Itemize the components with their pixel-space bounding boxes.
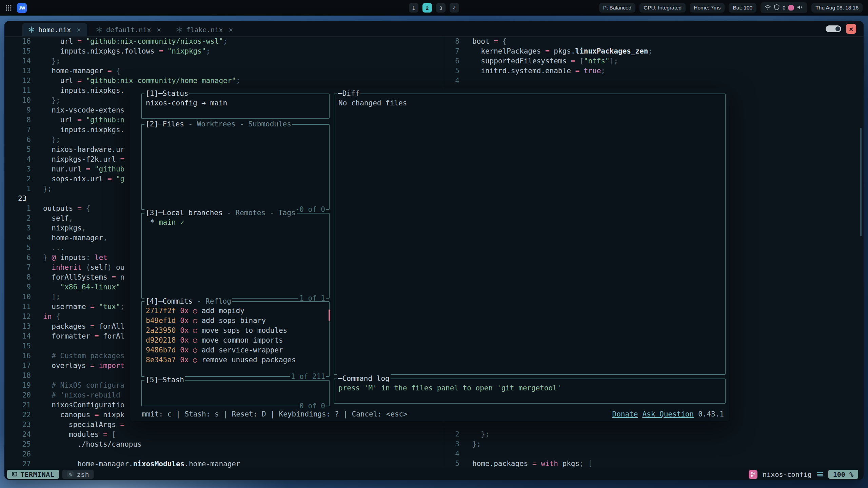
- apps-grid-icon[interactable]: [5, 5, 12, 11]
- line-number: 10: [4, 96, 43, 105]
- code-line[interactable]: 7 kernelPackages = pkgs.linuxPackages_ze…: [443, 46, 864, 56]
- line-number: 3: [4, 164, 43, 174]
- line-number: 10: [4, 292, 43, 302]
- line-number: 21: [4, 400, 43, 410]
- shell-chip: % zsh: [62, 470, 94, 479]
- line-number: 22: [4, 410, 43, 420]
- window-toggle[interactable]: [826, 25, 841, 32]
- workspace-button-1[interactable]: 1: [409, 3, 418, 13]
- commit-row[interactable]: d920218 0x ○ move common imports: [146, 336, 325, 345]
- tab-bar: home.nix × default.nix × flake.nix × ×: [4, 21, 864, 37]
- code-line[interactable]: 4: [443, 76, 864, 86]
- tab-default-nix[interactable]: default.nix ×: [90, 23, 167, 36]
- code-line[interactable]: 24 modules = [: [4, 430, 443, 440]
- lazygit-branches-panel[interactable]: [3]─Local branches - Remotes - Tags * ma…: [141, 213, 330, 299]
- line-number: 5: [443, 459, 472, 469]
- code-line[interactable]: 4: [443, 449, 864, 459]
- clock-module[interactable]: Thu Aug 08, 18:16: [811, 3, 863, 13]
- command-log-message: press 'M' in the files panel to open 'gi…: [334, 379, 725, 393]
- line-number: 23: [4, 194, 43, 204]
- battery-module[interactable]: Bat: 100: [729, 3, 756, 13]
- window-controls: ×: [826, 24, 856, 34]
- commits-scrollbar-thumb[interactable]: [329, 309, 330, 321]
- tab-close-icon[interactable]: ×: [229, 26, 233, 34]
- workspace-button-3[interactable]: 3: [436, 3, 446, 13]
- jw-logo[interactable]: JW: [17, 3, 27, 13]
- code-line[interactable]: 3};: [443, 439, 864, 449]
- code-line[interactable]: 27 home-manager.nixosModules.home-manage…: [4, 459, 443, 469]
- line-number: 26: [4, 449, 43, 459]
- keybindings-hint: mmit: c | Stash: s | Reset: D | Keybindi…: [142, 409, 408, 419]
- code-line[interactable]: 14 };: [4, 56, 443, 66]
- line-number: 15: [4, 341, 43, 351]
- code-line[interactable]: 26: [4, 449, 443, 459]
- scroll-percent-chip: 100 %: [828, 470, 858, 479]
- shield-count: 0: [783, 5, 785, 11]
- right-pane-bottom-lines: 2 };3};45home.packages = with pkgs; [: [443, 429, 864, 469]
- workspace-button-4[interactable]: 4: [450, 3, 459, 13]
- terminal-window: home.nix × default.nix × flake.nix × ×: [4, 21, 864, 480]
- diff-content: No changed files: [334, 94, 725, 108]
- tab-close-icon[interactable]: ×: [157, 26, 161, 34]
- tab-label: flake.nix: [186, 26, 223, 34]
- lazygit-diff-panel[interactable]: ─Diff No changed files: [334, 94, 726, 375]
- panel-title: [3]─Local branches - Remotes - Tags: [144, 208, 297, 218]
- code-line[interactable]: 2 };: [443, 429, 864, 439]
- code-line[interactable]: 23 specialArgs =: [4, 420, 443, 430]
- lazygit-stash-panel[interactable]: [5]─Stash 0 of 0: [141, 380, 330, 406]
- lazygit-commits-panel[interactable]: [4]─Commits - Reflog 2717f2f 0x ○ add mo…: [141, 301, 330, 377]
- commit-row[interactable]: 2a23950 0x ○ move sops to modules: [146, 326, 325, 336]
- line-number: 12: [4, 312, 43, 322]
- nix-snowflake-icon: [176, 26, 182, 33]
- line-number: 12: [4, 76, 43, 86]
- line-number: 8: [443, 37, 472, 46]
- workspace-button-2[interactable]: 2: [422, 3, 432, 13]
- line-number: 4: [4, 155, 43, 164]
- latency-module[interactable]: Home: 7ms: [690, 3, 725, 13]
- code-line[interactable]: 13 home-manager = {: [4, 66, 443, 76]
- tab-flake-nix[interactable]: flake.nix ×: [170, 23, 239, 36]
- gpu-module[interactable]: GPU: Integrated: [639, 3, 686, 13]
- commit-row[interactable]: 9486b7d 0x ○ add service-wrapper: [146, 345, 325, 355]
- code-line[interactable]: 6 supportedFilesystems = ["ntfs"];: [443, 56, 864, 66]
- top-bar-left: JW: [0, 3, 27, 13]
- panel-title: [5]─Stash: [144, 375, 185, 385]
- line-number: 7: [4, 263, 43, 272]
- power-profile-module[interactable]: P: Balanced: [599, 3, 636, 13]
- line-number: 4: [4, 233, 43, 243]
- donate-link[interactable]: Donate: [612, 409, 638, 419]
- toggle-knob: [835, 26, 840, 31]
- ask-question-link[interactable]: Ask Question: [642, 409, 694, 419]
- nix-snowflake-icon: [28, 26, 35, 33]
- code-line[interactable]: 8boot = {: [443, 37, 864, 46]
- commit-row[interactable]: 2717f2f 0x ○ add mopidy: [146, 306, 325, 316]
- workspace-switcher: 1 2 3 4: [409, 0, 459, 16]
- system-tray-module[interactable]: 0: [761, 2, 807, 13]
- line-number: 6: [443, 56, 472, 66]
- commit-row[interactable]: 8e345a7 0x ○ remove unused packages: [146, 355, 325, 365]
- code-line[interactable]: 16 url = "github:nix-community/nixos-wsl…: [4, 37, 443, 46]
- tab-home-nix[interactable]: home.nix ×: [22, 23, 87, 36]
- lazygit-command-log-panel[interactable]: ─Command log press 'M' in the files pane…: [334, 379, 726, 404]
- code-line[interactable]: 15 inputs.nixpkgs.follows = "nixpkgs";: [4, 46, 443, 56]
- status-line: TERMINAL % zsh nixos-config 100 %: [4, 469, 864, 480]
- code-line[interactable]: 12 url = "github:nix-community/home-mana…: [4, 76, 443, 86]
- code-line[interactable]: 25 ./hosts/canopus: [4, 440, 443, 449]
- code-line[interactable]: 5home.packages = with pkgs; [: [443, 459, 864, 469]
- lazygit-status-panel[interactable]: [1]─Status nixos-config → main: [141, 94, 330, 119]
- lazygit-files-panel[interactable]: [2]─Files - Worktrees - Submodules 0 of …: [141, 124, 330, 210]
- line-number: 20: [4, 390, 43, 400]
- tab-close-icon[interactable]: ×: [77, 26, 81, 34]
- right-pane-top-lines: 8boot = {7 kernelPackages = pkgs.linuxPa…: [443, 37, 864, 86]
- panel-title: [2]─Files - Worktrees - Submodules: [144, 119, 292, 129]
- commit-list: 2717f2f 0x ○ add mopidyb49ef1d 0x ○ add …: [142, 302, 329, 365]
- panel-title: ─Command log: [337, 374, 391, 384]
- window-close-button[interactable]: ×: [846, 24, 856, 34]
- line-number: 15: [4, 46, 43, 56]
- line-number: 1: [4, 204, 43, 214]
- tab-label: default.nix: [106, 26, 151, 34]
- code-line[interactable]: 5 initrd.systemd.enable = true;: [443, 66, 864, 76]
- line-number: 4: [443, 76, 472, 86]
- commit-row[interactable]: b49ef1d 0x ○ add sops binary: [146, 316, 325, 326]
- editor-scrollbar-thumb[interactable]: [860, 128, 862, 236]
